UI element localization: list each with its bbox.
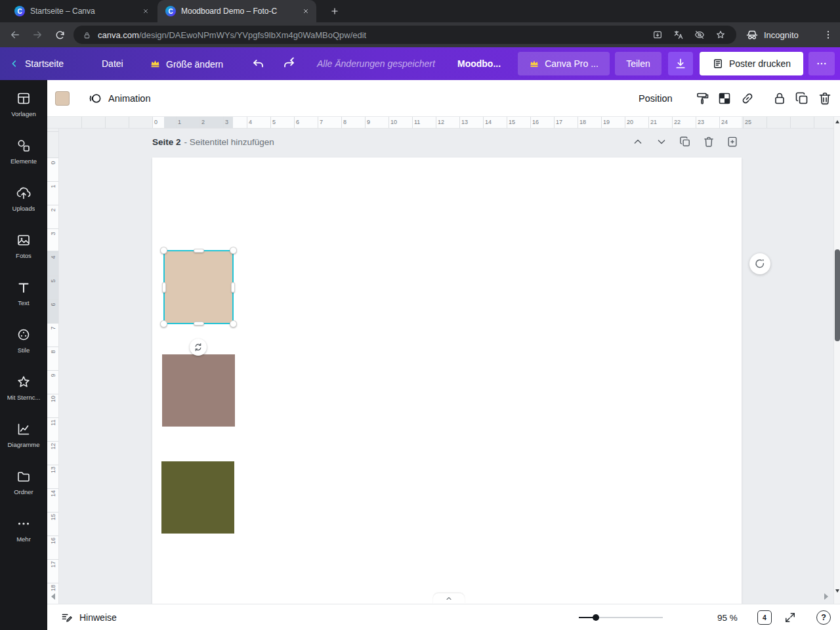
design-title[interactable]: Moodbo... [457,58,501,69]
move-page-up-button[interactable] [631,135,644,148]
expand-panel-button[interactable] [433,593,465,604]
header-more-button[interactable] [808,52,835,75]
tab-moodboard[interactable]: C Moodboard Demo – Foto-C [158,0,316,22]
resize-button-label: Größe ändern [166,58,223,69]
selected-square[interactable] [164,251,233,324]
notes-button[interactable]: Hinweise [60,604,117,630]
incognito-badge: Incognito [746,26,799,44]
delete-page-button[interactable] [702,135,715,148]
delete-button[interactable] [817,91,833,106]
ruler-number: 11 [50,417,56,429]
translate-icon[interactable] [673,30,684,40]
design-title-text: Moodbo... [457,58,501,69]
lock-button[interactable] [772,91,788,106]
ruler-number: 17 [556,119,568,125]
ruler-number: 15 [509,119,520,125]
copy-style-button[interactable] [695,91,711,106]
tab-close-icon[interactable] [301,6,311,16]
ruler-number: 8 [343,119,355,125]
file-menu-button[interactable]: Datei [102,58,123,69]
link-button[interactable] [740,91,755,106]
ruler-number: 7 [50,322,56,334]
sidebar-item-fotos[interactable]: Fotos [0,222,47,269]
scroll-down-arrow[interactable] [835,589,839,593]
fill-color-swatch[interactable] [55,91,70,106]
sidebar-item-ordner[interactable]: Ordner [0,458,47,505]
scroll-right-arrow[interactable] [824,593,828,600]
browser-menu-icon[interactable] [819,26,837,44]
scroll-left-arrow[interactable] [51,593,55,600]
resize-handle-bottom[interactable] [194,322,204,326]
sidebar-item-stile[interactable]: Stile [0,316,47,364]
resize-handle-top[interactable] [194,249,204,253]
share-button-label: Teilen [626,58,650,69]
sidebar-item-elemente[interactable]: Elemente [0,127,47,175]
reload-icon[interactable] [50,25,70,45]
sidebar-item-label: Elemente [10,158,37,165]
photos-icon [16,232,32,248]
ruler-number: 10 [390,119,402,125]
sidebar-item-vorlagen[interactable]: Vorlagen [0,80,47,127]
resize-handle-bottom-right[interactable] [230,320,237,327]
position-label: Position [639,93,673,104]
duplicate-button[interactable] [794,91,810,106]
sidebar-item-diagramme[interactable]: Diagramme [0,411,47,458]
canva-pro-button[interactable]: Canva Pro ... [518,52,610,75]
resize-handle-top-left[interactable] [160,247,167,254]
eye-off-icon[interactable] [694,30,705,40]
home-button[interactable]: Startseite [9,58,64,69]
duplicate-page-button[interactable] [679,135,692,148]
animation-button[interactable]: Animation [88,80,150,116]
redo-button[interactable] [282,56,296,71]
scroll-up-arrow[interactable] [835,120,839,123]
zoom-value[interactable]: 95 % [717,613,738,623]
url-bar[interactable]: canva.com/design/DAEwoNPmWYs/YVpgfs9lbXm… [74,26,736,44]
resize-handle-left[interactable] [162,282,166,293]
page-title[interactable]: Seite 2 [152,137,181,147]
fullscreen-button[interactable] [784,611,797,624]
help-button[interactable]: ? [816,610,831,625]
trash-icon [702,135,715,148]
undo-button[interactable] [251,56,266,71]
transparency-button[interactable] [717,91,732,106]
forward-icon[interactable] [28,25,47,45]
ruler-number: 12 [50,440,56,452]
bookmark-star-icon[interactable] [715,30,726,40]
ruler-number: 23 [698,119,709,125]
tab-startseite[interactable]: C Startseite – Canva [7,0,156,22]
design-canvas-area[interactable]: Seite 2 - Seitentitel hinzufügen [59,129,833,604]
sidebar-item-text[interactable]: Text [0,269,47,316]
zoom-slider[interactable] [579,617,663,618]
resize-handle-right[interactable] [231,282,235,293]
position-button[interactable]: Position [639,80,673,116]
poster-icon [712,58,724,70]
tab-close-icon[interactable] [140,6,151,16]
back-icon[interactable] [5,25,25,45]
rotate-handle[interactable] [190,339,207,356]
pages-view-button[interactable]: 4 [757,610,772,625]
resize-handle-bottom-left[interactable] [160,320,167,327]
save-page-icon[interactable] [652,30,663,40]
page-subtitle[interactable]: - Seitentitel hinzufügen [184,137,274,147]
url-action-icons [652,30,726,40]
page-2-canvas[interactable] [152,158,742,604]
assistant-button[interactable] [749,253,770,274]
download-button[interactable] [668,52,693,75]
zoom-slider-knob[interactable] [593,614,599,621]
print-poster-button[interactable]: Poster drucken [700,52,803,75]
move-page-down-button[interactable] [655,135,668,148]
ruler-number: 22 [674,119,686,125]
olive-rectangle[interactable] [161,461,234,534]
new-tab-button[interactable] [326,2,344,20]
resize-handle-top-right[interactable] [230,247,237,254]
resize-button[interactable]: Größe ändern [150,58,223,70]
scrollbar-thumb[interactable] [835,249,840,341]
vertical-scrollbar[interactable] [833,117,840,604]
sidebar-item-mit-stern[interactable]: Mit Sternc... [0,364,47,411]
mauve-rectangle[interactable] [162,354,235,427]
ruler-number: 7 [320,119,331,125]
sidebar-item-mehr[interactable]: Mehr [0,505,47,553]
sidebar-item-uploads[interactable]: Uploads [0,175,47,222]
add-page-button[interactable] [726,135,739,148]
share-button[interactable]: Teilen [615,52,662,75]
